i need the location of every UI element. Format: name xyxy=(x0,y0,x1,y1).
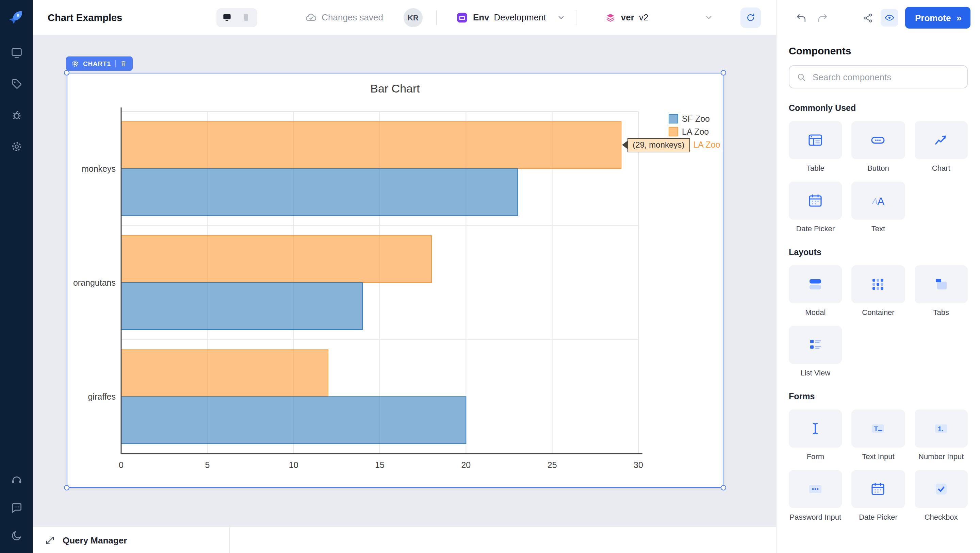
main-column: Chart Examples Changes saved KR Env Deve… xyxy=(33,0,776,553)
component-label: Number Input xyxy=(918,452,964,461)
component-label: Password Input xyxy=(790,513,842,521)
svg-text:0: 0 xyxy=(119,460,124,470)
chat-icon[interactable] xyxy=(10,501,23,514)
rocket-logo-icon[interactable] xyxy=(7,8,25,26)
redo-button[interactable] xyxy=(817,12,828,24)
query-manager-label: Query Manager xyxy=(63,535,127,545)
svg-text:SF Zoo: SF Zoo xyxy=(682,114,710,124)
divider xyxy=(436,10,437,25)
cloud-check-icon xyxy=(305,11,317,24)
checkbox-icon xyxy=(914,470,968,508)
component-card-date-picker[interactable]: Date Picker xyxy=(789,182,842,233)
component-card-password-input[interactable]: Password Input xyxy=(789,470,842,521)
chart-component[interactable]: CHART1 Bar Chart monkeysorangutansgiraff… xyxy=(67,73,724,488)
tooltip-trace-label: LA Zoo xyxy=(693,140,720,150)
component-card-table[interactable]: Table xyxy=(789,121,842,172)
preview-button[interactable] xyxy=(881,9,899,27)
rail-nav xyxy=(10,46,23,153)
calendar-icon xyxy=(852,470,905,508)
component-card-chart[interactable]: Chart xyxy=(914,121,968,172)
tabs-icon xyxy=(914,265,968,304)
component-card-form[interactable]: Form xyxy=(789,410,842,461)
component-label: Text Input xyxy=(862,452,894,461)
refresh-button[interactable] xyxy=(740,7,761,27)
section-title: Commonly Used xyxy=(789,103,968,113)
monitor-icon xyxy=(222,12,232,22)
svg-text:A: A xyxy=(872,197,878,206)
gear-icon[interactable] xyxy=(72,60,79,67)
version-label: ver xyxy=(621,12,634,22)
svg-text:15: 15 xyxy=(375,460,385,470)
svg-text:20: 20 xyxy=(461,460,471,470)
save-status-label: Changes saved xyxy=(321,12,383,22)
top-bar: Chart Examples Changes saved KR Env Deve… xyxy=(33,0,776,35)
component-label: Tabs xyxy=(933,308,949,316)
chart-hover-tooltip: (29, monkeys) LA Zoo xyxy=(622,137,720,153)
chevron-down-icon xyxy=(703,12,714,22)
component-card-number-input[interactable]: 1.Number Input xyxy=(914,410,968,461)
query-manager-toggle[interactable]: Query Manager xyxy=(33,527,230,553)
rail-utilities xyxy=(10,474,23,542)
text-icon: AA xyxy=(852,182,905,220)
editor-canvas[interactable]: CHART1 Bar Chart monkeysorangutansgiraff… xyxy=(33,35,776,553)
component-label: List View xyxy=(801,369,830,377)
tooltip-arrow-icon xyxy=(622,141,627,149)
component-card-container[interactable]: Container xyxy=(852,265,905,316)
component-chip-label[interactable]: CHART1 xyxy=(83,60,111,67)
mobile-toggle-button[interactable] xyxy=(237,10,255,25)
component-card-checkbox[interactable]: Checkbox xyxy=(914,470,968,521)
promote-button[interactable]: Promote » xyxy=(905,7,970,29)
svg-text:10: 10 xyxy=(289,460,298,470)
search-icon xyxy=(796,72,807,82)
component-card-tabs[interactable]: Tabs xyxy=(914,265,968,316)
component-label: Form xyxy=(807,452,824,461)
numberinput-icon: 1. xyxy=(914,410,968,448)
listview-icon xyxy=(789,326,842,364)
textinput-icon: T xyxy=(852,410,905,448)
component-label: Button xyxy=(867,164,889,172)
debug-icon[interactable] xyxy=(10,109,23,122)
component-card-button[interactable]: Button xyxy=(852,121,905,172)
desktop-toggle-button[interactable] xyxy=(218,10,236,25)
component-label: Chart xyxy=(932,164,950,172)
component-card-text[interactable]: AAText xyxy=(852,182,905,233)
share-button[interactable] xyxy=(862,12,874,24)
search-input[interactable] xyxy=(811,71,960,83)
share-icon xyxy=(862,12,874,24)
version-dropdown[interactable]: ver v2 xyxy=(605,12,714,23)
component-card-list-view[interactable]: List View xyxy=(789,326,842,377)
chart-icon xyxy=(914,121,968,159)
double-chevron-right-icon: » xyxy=(956,12,961,23)
tags-icon[interactable] xyxy=(10,78,23,91)
component-card-date-picker[interactable]: Date Picker xyxy=(852,470,905,521)
component-search xyxy=(789,65,968,88)
section-title: Forms xyxy=(789,392,968,401)
component-grid: ModalContainerTabsList View xyxy=(789,265,968,377)
component-card-text-input[interactable]: TText Input xyxy=(852,410,905,461)
divider xyxy=(576,10,577,25)
section-title: Layouts xyxy=(789,248,968,257)
container-icon xyxy=(852,265,905,304)
component-sections: Commonly UsedTableButtonChartDate Picker… xyxy=(789,103,968,521)
theme-icon[interactable] xyxy=(10,529,23,542)
svg-text:1.: 1. xyxy=(938,425,943,432)
trash-icon[interactable] xyxy=(120,60,127,67)
redo-icon xyxy=(817,12,828,24)
avatar[interactable]: KR xyxy=(404,8,423,27)
support-icon[interactable] xyxy=(10,474,23,486)
pages-icon[interactable] xyxy=(10,46,23,59)
panel-toolbar: Promote » xyxy=(776,0,980,35)
settings-icon[interactable] xyxy=(10,140,23,153)
component-card-modal[interactable]: Modal xyxy=(789,265,842,316)
undo-button[interactable] xyxy=(795,12,807,24)
phone-icon xyxy=(241,12,251,22)
svg-text:30: 30 xyxy=(633,460,643,470)
component-label: Container xyxy=(862,308,894,316)
svg-text:5: 5 xyxy=(205,460,210,470)
component-label: Modal xyxy=(805,308,826,316)
environment-dropdown[interactable]: Env Development xyxy=(456,11,566,24)
refresh-icon xyxy=(745,12,756,23)
component-grid: TableButtonChartDate PickerAAText xyxy=(789,121,968,233)
svg-text:monkeys: monkeys xyxy=(82,164,116,173)
svg-text:A: A xyxy=(878,195,885,207)
